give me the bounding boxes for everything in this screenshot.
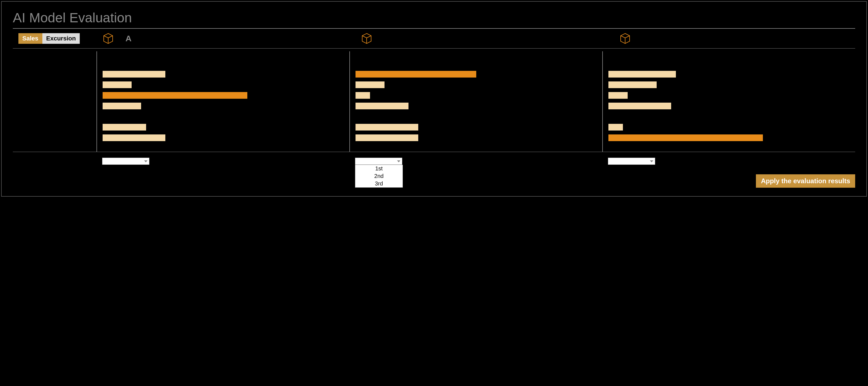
bar-slot <box>103 92 344 99</box>
bar <box>609 92 628 99</box>
model-header-a: A <box>80 32 338 44</box>
rank-col-b: 1st 2nd 3rd <box>349 157 602 188</box>
rank-dropdown-list: 1st 2nd 3rd <box>355 165 403 188</box>
cube-icon <box>619 32 631 44</box>
bar <box>355 135 418 141</box>
header-row: Sales Excursion A <box>13 29 855 48</box>
bar <box>103 82 132 88</box>
rank-dropdown-c[interactable] <box>608 157 655 165</box>
bar <box>609 82 657 88</box>
chart-model-c <box>602 51 855 152</box>
model-letter-a: A <box>125 34 132 43</box>
bar <box>609 124 623 130</box>
bar <box>103 135 165 141</box>
bar-slot <box>609 135 849 141</box>
chart-model-b <box>349 51 602 152</box>
bar <box>103 92 247 99</box>
bar-slot <box>355 102 597 109</box>
bar-slot <box>355 71 597 78</box>
bar-slot <box>103 102 344 109</box>
rank-col-a <box>96 157 349 165</box>
bar <box>103 71 165 78</box>
bar <box>609 71 676 78</box>
bar-slot <box>103 135 344 141</box>
bar-slot <box>609 82 849 88</box>
bar-slot <box>103 71 344 78</box>
model-header-c <box>597 32 855 44</box>
bar-slot <box>355 113 597 120</box>
bar <box>103 102 141 109</box>
bar <box>103 124 146 130</box>
apply-button[interactable]: Apply the evaluation results <box>756 174 855 188</box>
bar-slot <box>355 135 597 141</box>
bar <box>609 102 671 109</box>
cube-icon <box>102 32 114 44</box>
bar-slot <box>609 71 849 78</box>
tab-sales[interactable]: Sales <box>19 33 42 44</box>
page-title: AI Model Evaluation <box>13 10 855 25</box>
bar-slot <box>355 92 597 99</box>
bar <box>355 124 418 130</box>
chart-model-a <box>96 51 349 152</box>
cube-icon <box>361 32 373 44</box>
bar-slot <box>103 82 344 88</box>
bar-slot <box>609 124 849 130</box>
app-frame: AI Model Evaluation Sales Excursion A <box>1 1 867 197</box>
bar-slot <box>609 102 849 109</box>
bar-slot <box>103 113 344 120</box>
rank-dropdown-a[interactable] <box>102 157 150 165</box>
bar-slot <box>103 124 344 130</box>
chevron-down-icon <box>144 160 148 162</box>
model-header-b <box>338 32 597 44</box>
bar-slot <box>355 82 597 88</box>
bar <box>609 135 763 141</box>
bar <box>355 102 408 109</box>
bar <box>355 92 370 99</box>
rank-dropdown-b[interactable] <box>355 157 402 165</box>
bar-slot <box>609 92 849 99</box>
footer-row: 1st 2nd 3rd <box>13 152 855 188</box>
bar <box>355 82 384 88</box>
row-labels-blank <box>13 51 96 152</box>
charts-area <box>13 51 855 152</box>
chevron-down-icon <box>650 160 653 162</box>
chevron-down-icon <box>397 160 400 162</box>
rank-option-3rd[interactable]: 3rd <box>355 180 403 187</box>
bar-slot <box>609 113 849 120</box>
tabs: Sales Excursion <box>19 33 80 44</box>
rank-col-c <box>602 157 855 165</box>
bar <box>355 71 476 78</box>
tab-excursion[interactable]: Excursion <box>42 33 80 44</box>
bar-slot <box>355 124 597 130</box>
rank-option-1st[interactable]: 1st <box>355 165 403 172</box>
divider <box>13 48 855 49</box>
rank-option-2nd[interactable]: 2nd <box>355 172 403 180</box>
model-labels: A <box>80 32 855 44</box>
